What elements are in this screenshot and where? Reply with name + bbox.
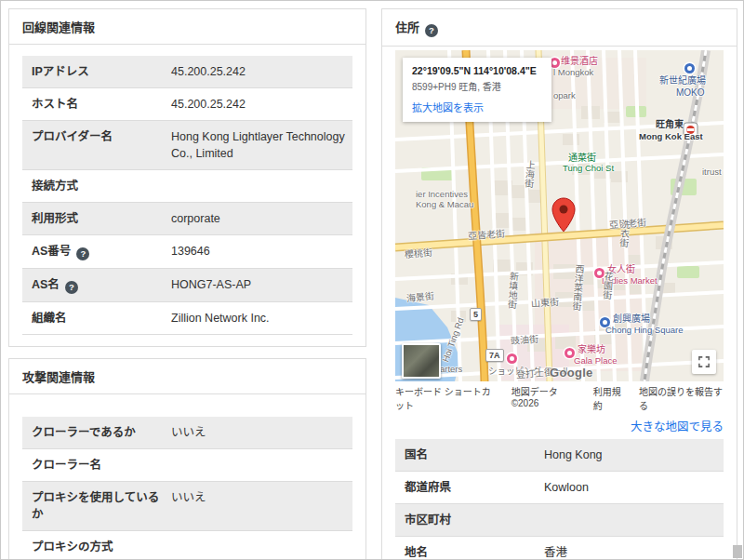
field-label: 接続方式 — [22, 170, 169, 202]
map-label-incentives-2: Kong & Macau — [416, 200, 473, 210]
route-shield-5: 5 — [470, 308, 482, 321]
help-icon[interactable]: ? — [65, 281, 78, 294]
attack-info-title: 攻撃関連情報 — [9, 359, 365, 394]
map-label-reclamation-st: 新填地街 — [506, 271, 519, 309]
map-label-fa-yuen-st: 花園街 — [601, 271, 614, 300]
table-row: 市区町村 — [395, 504, 724, 537]
view-larger-map-link[interactable]: 大きな地図で見る — [395, 417, 724, 434]
field-label: クローラーであるか — [22, 417, 169, 448]
map-info-card: 22°19'09.5"N 114°10'08.4"E 8599+PH9 旺角, … — [403, 58, 551, 122]
table-row: プロキシの方式 — [22, 531, 352, 560]
field-label: プロキシの方式 — [22, 531, 169, 560]
map-label-moko[interactable]: 新世紀廣場 — [659, 75, 706, 87]
map-label-cherry-street: 櫻桃街 — [405, 247, 433, 260]
field-label: IPアドレス — [22, 56, 169, 87]
map-label-hoi-king-st: 海景街 — [405, 290, 434, 304]
line-info-title: 回線関連情報 — [9, 9, 365, 45]
map-label-itrust: itrust Veteri — [702, 167, 724, 178]
scrollbar-thumb[interactable] — [733, 545, 742, 558]
table-row: 国名 Hong Kong — [395, 439, 724, 472]
field-value: Kowloon — [542, 472, 724, 503]
table-row: 組織名 Zillion Network Inc. — [22, 302, 352, 335]
map-label-arters: arters — [440, 365, 462, 375]
google-logo[interactable]: Google — [550, 366, 593, 380]
attack-info-table: クローラーであるか いいえ クローラー名 プロキシを使用しているか いいえ プロ… — [22, 417, 352, 560]
table-row: IPアドレス 45.200.25.242 — [22, 56, 352, 88]
moko-mall-icon[interactable] — [684, 63, 695, 73]
field-value: HONG7-AS-AP — [169, 269, 352, 301]
field-label: プロキシを使用しているか — [22, 482, 169, 530]
fullscreen-button[interactable] — [692, 350, 716, 374]
address-table: 国名 Hong Kong 都道府県 Kowloon 市区町村 地名 香港 — [395, 439, 724, 560]
field-value: Hong Kong Lightlayer Technology Co., Lim… — [169, 121, 352, 169]
plus-code-address: 8599+PH9 旺角, 香港 — [412, 79, 542, 93]
shopping-mall-icon[interactable] — [507, 353, 517, 364]
field-value: corporate — [169, 203, 352, 234]
map-label-incentives-1: ier Incentives — [416, 190, 468, 200]
map-attribution: キーボード ショートカット 地図データ ©2026 利用規約 地図の誤りを報告す… — [395, 384, 724, 412]
address-card: 住所? — [381, 8, 737, 560]
map-label-tung-choi: 通菜街 — [568, 153, 596, 164]
field-value — [169, 531, 352, 560]
google-map[interactable]: 维景酒店 l Mongkok opark 新世紀廣場 MOKO 旺角東 Mong… — [395, 50, 724, 381]
left-column: 回線関連情報 IPアドレス 45.200.25.242 ホスト名 45.200.… — [8, 8, 366, 560]
table-row: クローラー名 — [22, 449, 352, 482]
map-label-hotel[interactable]: 维景酒店 — [561, 56, 598, 67]
map-label-mongkok-east[interactable]: 旺角東 — [656, 119, 684, 130]
field-label: AS名? — [22, 269, 169, 301]
field-label: 組織名 — [22, 302, 169, 334]
map-data-text: 地図データ ©2026 — [512, 384, 581, 412]
field-value — [169, 449, 352, 481]
field-value: 139646 — [169, 235, 352, 268]
field-label: 地名 — [395, 537, 542, 560]
help-icon[interactable]: ? — [76, 247, 89, 260]
field-label: AS番号? — [22, 235, 169, 268]
table-row: ホスト名 45.200.25.242 — [22, 88, 352, 121]
map-label-opark: opark — [553, 91, 576, 101]
line-info-card: 回線関連情報 IPアドレス 45.200.25.242 ホスト名 45.200.… — [8, 8, 366, 347]
field-label: 市区町村 — [395, 504, 542, 536]
coordinates-text: 22°19'09.5"N 114°10'08.4"E — [412, 65, 542, 76]
map-label-mongkok-east-sub[interactable]: Mong Kok East — [639, 132, 703, 142]
location-pin-icon[interactable] — [551, 197, 576, 233]
field-value: いいえ — [169, 417, 352, 448]
attack-info-card: 攻撃関連情報 クローラーであるか いいえ クローラー名 プロキシを使用しているか… — [8, 358, 366, 560]
field-label: プロバイダー名 — [22, 121, 169, 169]
report-error-link[interactable]: 地図の誤りを報告する — [639, 384, 724, 412]
map-label-tung-choi-sub: Tung Choi St — [563, 164, 614, 174]
field-value: Hong Kong — [542, 439, 724, 471]
line-info-table: IPアドレス 45.200.25.242 ホスト名 45.200.25.242 … — [22, 56, 352, 335]
map-label-hotel-sub: l Mongkok — [553, 68, 593, 78]
table-row: AS名? HONG7-AS-AP — [22, 269, 352, 302]
map-label-chong-hing[interactable]: 創興廣場 — [613, 313, 650, 325]
field-value — [542, 504, 724, 536]
field-label-text: AS名 — [32, 278, 60, 291]
help-icon[interactable]: ? — [425, 24, 438, 37]
keyboard-shortcuts-link[interactable]: キーボード ショートカット — [395, 384, 499, 412]
field-label: ホスト名 — [22, 88, 169, 120]
satellite-toggle-thumbnail[interactable] — [402, 343, 441, 379]
field-label: 利用形式 — [22, 203, 169, 234]
field-value: 45.200.25.242 — [169, 88, 352, 120]
address-title: 住所? — [382, 9, 737, 47]
ip-lookup-page: 回線関連情報 IPアドレス 45.200.25.242 ホスト名 45.200.… — [0, 0, 744, 560]
address-title-text: 住所 — [395, 20, 419, 34]
field-value: Zillion Network Inc. — [169, 302, 352, 334]
field-label: 都道府県 — [395, 472, 542, 503]
map-label-moko-sub[interactable]: MOKO — [676, 87, 705, 99]
field-label-text: AS番号 — [32, 245, 71, 258]
map-label-chong-hing-sub[interactable]: Chong Hing Square — [605, 326, 683, 336]
enlarge-map-link[interactable]: 拡大地図を表示 — [412, 100, 542, 114]
route-shield-7a: 7A — [485, 349, 504, 362]
field-label: クローラー名 — [22, 449, 169, 481]
table-row: AS番号? 139646 — [22, 235, 352, 269]
map-label-sai-yee-st: 洗衣街 — [618, 219, 631, 247]
map-label-shanghai-st: 上海街 — [523, 159, 536, 188]
table-row: 利用形式 corporate — [22, 203, 352, 235]
map-label-dundas-st: 登打士街 — [516, 367, 554, 380]
field-value: 45.200.25.242 — [169, 56, 352, 87]
map-label-gala-place[interactable]: 家樂坊 — [578, 344, 605, 355]
right-column: 住所? — [381, 8, 737, 560]
table-row: プロバイダー名 Hong Kong Lightlayer Technology … — [22, 121, 352, 170]
terms-link[interactable]: 利用規約 — [593, 384, 627, 412]
